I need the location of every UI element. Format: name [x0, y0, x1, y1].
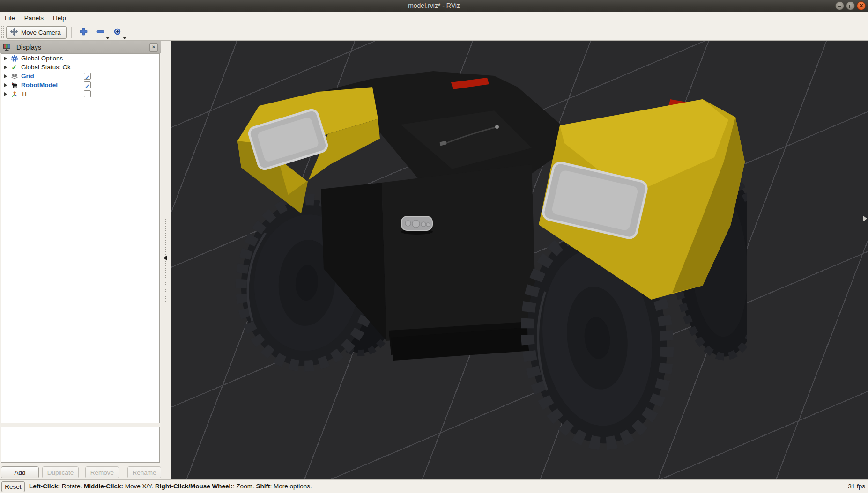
tf-checkbox[interactable] — [84, 90, 91, 97]
expander-arrow-icon[interactable] — [4, 66, 7, 69]
eye-icon — [113, 27, 122, 38]
displays-panel: Displays ✕ Global Options ✓ Global Statu… — [0, 41, 161, 479]
display-row-grid[interactable]: Grid — [1, 72, 159, 81]
remove-tool-button[interactable] — [95, 26, 107, 38]
menu-help[interactable]: Help — [48, 12, 71, 24]
toolbar-drag-handle[interactable] — [1, 26, 4, 38]
chevron-down-icon[interactable] — [106, 37, 110, 39]
close-icon[interactable] — [857, 1, 866, 10]
displays-panel-title: Displays — [16, 44, 41, 51]
collapse-left-arrow-icon[interactable] — [163, 255, 167, 261]
expander-arrow-icon[interactable] — [4, 57, 7, 60]
expander-arrow-icon[interactable] — [4, 83, 7, 87]
toolbar-separator — [71, 27, 72, 38]
collapse-right-arrow-icon[interactable] — [863, 216, 867, 221]
add-tool-button[interactable] — [78, 26, 90, 38]
displays-buttons-row: Add Duplicate Remove Rename — [1, 466, 161, 478]
plus-icon — [79, 27, 88, 38]
menu-bar: File Panels Help — [0, 12, 868, 24]
reset-button[interactable]: Reset — [1, 481, 25, 492]
rename-button[interactable]: Rename — [127, 466, 161, 478]
panel-splitter[interactable] — [161, 41, 171, 479]
display-row-tf[interactable]: TF — [1, 89, 159, 98]
menu-panels[interactable]: Panels — [20, 12, 48, 24]
expander-arrow-icon[interactable] — [4, 74, 7, 78]
grid-checkbox[interactable] — [84, 73, 91, 80]
tree-column-divider — [81, 54, 81, 423]
gear-icon — [10, 55, 18, 62]
minimize-icon[interactable] — [835, 1, 844, 10]
panel-close-icon[interactable]: ✕ — [149, 43, 158, 52]
mouse-help-text: Left-Click: Rotate. Middle-Click: Move X… — [29, 480, 312, 493]
robot-model-3d — [232, 68, 747, 452]
check-ok-icon: ✓ — [10, 64, 18, 71]
tf-axes-icon — [10, 90, 18, 98]
display-row-global-options[interactable]: Global Options — [1, 54, 159, 63]
maximize-icon[interactable] — [846, 1, 855, 10]
window-title: model.rviz* - RViz — [0, 0, 868, 12]
robotmodel-checkbox[interactable] — [84, 81, 91, 88]
status-bar: Reset Left-Click: Rotate. Middle-Click: … — [0, 479, 868, 493]
expander-arrow-icon[interactable] — [4, 92, 7, 96]
remove-button[interactable]: Remove — [85, 466, 119, 478]
move-camera-label: Move Camera — [21, 29, 61, 36]
duplicate-button[interactable]: Duplicate — [42, 466, 79, 478]
display-row-global-status[interactable]: ✓ Global Status: Ok — [1, 63, 159, 72]
displays-monitor-icon — [3, 44, 11, 51]
grid-icon — [10, 73, 18, 80]
move-camera-icon — [10, 28, 18, 37]
tool-bar: Move Camera — [0, 24, 868, 41]
displays-tree: Global Options ✓ Global Status: Ok Grid … — [1, 53, 160, 423]
minus-icon — [96, 27, 105, 38]
tool-properties-button[interactable] — [111, 26, 124, 38]
splitter-handle[interactable] — [165, 219, 166, 303]
displays-panel-header[interactable]: Displays ✕ — [0, 41, 161, 53]
render-viewport-3d[interactable] — [171, 41, 868, 479]
move-camera-button[interactable]: Move Camera — [6, 26, 67, 39]
display-description-box — [1, 427, 160, 463]
title-bar: model.rviz* - RViz — [0, 0, 868, 12]
chevron-down-icon[interactable] — [123, 37, 126, 39]
window-controls — [835, 1, 866, 10]
menu-file[interactable]: File — [0, 12, 20, 24]
fps-counter: 31 fps — [848, 480, 865, 493]
display-row-robotmodel[interactable]: RobotModel — [1, 81, 159, 89]
add-button[interactable]: Add — [1, 466, 39, 478]
robot-icon — [10, 81, 18, 89]
